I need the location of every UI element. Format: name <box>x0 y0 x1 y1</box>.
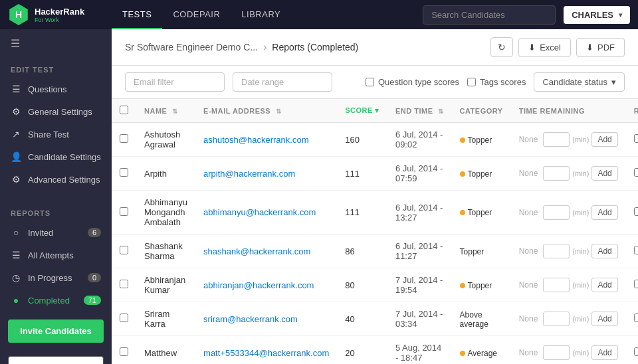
sidebar-item-advanced-settings[interactable]: ⚙ Advanced Settings <box>0 168 112 191</box>
breadcrumb-parent[interactable]: Sr Software Engineer Demo C... <box>125 42 258 52</box>
add-time-button[interactable]: Add <box>591 132 617 147</box>
table-row: Abhiranjan Kumarabhiranjan@hackerrank.co… <box>112 268 638 302</box>
user-menu[interactable]: CHARLES ▾ <box>564 6 630 24</box>
name-column-header[interactable]: NAME ⇅ <box>136 99 195 123</box>
time-none-label: None <box>519 135 538 144</box>
row-checkbox-0[interactable] <box>120 134 128 143</box>
row-checkbox-1[interactable] <box>120 168 128 177</box>
tags-filter[interactable]: Tags scores <box>467 77 526 87</box>
candidate-score: 160 <box>337 123 387 157</box>
all-attempts-icon: ☰ <box>11 250 21 260</box>
sidebar-item-general-settings[interactable]: ⚙ General Settings <box>0 100 112 123</box>
excel-button[interactable]: ⬇ Excel <box>518 38 571 57</box>
nav-link-tests[interactable]: TESTS <box>112 0 162 29</box>
candidate-email[interactable]: sriram@hackerrank.com <box>203 314 298 324</box>
row-checkbox-5[interactable] <box>120 314 128 322</box>
sidebar-item-invited[interactable]: ○ Invited 6 <box>0 221 112 244</box>
question-type-filter[interactable]: Question type scores <box>366 77 459 87</box>
candidate-score: 20 <box>337 336 387 365</box>
time-input-2[interactable] <box>543 205 570 220</box>
min-label: (min) <box>572 349 589 357</box>
select-all-checkbox[interactable] <box>120 106 128 114</box>
question-type-checkbox[interactable] <box>366 78 374 86</box>
row-checkbox-4[interactable] <box>120 280 128 288</box>
add-time-button[interactable]: Add <box>591 244 617 258</box>
table-row: Shashank Sharmashashank@hackerrank.com86… <box>112 234 638 268</box>
candidate-email[interactable]: matt+5533344@hackerrank.com <box>203 348 329 358</box>
nav-search: CHARLES ▾ <box>423 5 638 25</box>
sidebar: ☰ EDIT TEST ☰ Questions ⚙ General Settin… <box>0 29 112 364</box>
table-row: Arpitharpith@hackerrank.com1116 Jul, 201… <box>112 157 638 191</box>
email-filter-input[interactable] <box>125 72 225 92</box>
min-label: (min) <box>572 209 589 217</box>
repo-checkbox-3[interactable] <box>634 246 638 254</box>
refresh-button[interactable]: ↻ <box>490 37 513 57</box>
candidate-email[interactable]: abhimanyu@hackerrank.com <box>203 207 316 217</box>
sidebar-item-completed[interactable]: ● Completed 71 <box>0 289 112 312</box>
breadcrumb: Sr Software Engineer Demo C... › Reports… <box>125 41 358 53</box>
add-time-button[interactable]: Add <box>591 312 617 326</box>
repo-checkbox-2[interactable] <box>634 207 638 216</box>
time-none-label: None <box>519 169 538 178</box>
user-name: CHARLES <box>572 10 613 20</box>
repo-checkbox-1[interactable] <box>634 168 638 177</box>
try-test-button[interactable]: Try Test <box>8 356 104 364</box>
add-time-button[interactable]: Add <box>591 205 617 220</box>
candidate-name: Abhimanyu Mongandh Ambalath <box>136 191 195 234</box>
row-checkbox-3[interactable] <box>120 246 128 254</box>
table-row: Ashutosh Agrawalashutosh@hackerrank.com1… <box>112 123 638 157</box>
candidate-category: Topper <box>452 268 511 302</box>
time-input-0[interactable] <box>543 132 570 147</box>
invite-candidates-button[interactable]: Invite Candidates <box>8 319 104 343</box>
score-column-header[interactable]: SCORE ▾ <box>337 99 387 123</box>
repo-checkbox-6[interactable] <box>634 347 638 356</box>
repo-checkbox-5[interactable] <box>634 314 638 322</box>
category-warning-icon <box>460 137 465 143</box>
logo-text: HackerRank For Work <box>35 7 84 23</box>
row-checkbox-6[interactable] <box>120 347 128 356</box>
repo-column-header: REPO <box>626 99 638 123</box>
category-warning-icon <box>460 283 465 288</box>
tags-checkbox[interactable] <box>467 78 476 86</box>
breadcrumb-bar: Sr Software Engineer Demo C... › Reports… <box>112 29 638 66</box>
candidate-end-time: 6 Jul, 2014 - 07:59 <box>387 157 452 191</box>
candidate-email[interactable]: arpith@hackerrank.com <box>203 169 295 179</box>
nav-link-library[interactable]: LIBRARY <box>231 0 291 29</box>
sidebar-item-label: Share Test <box>28 130 69 139</box>
row-checkbox-2[interactable] <box>120 207 128 216</box>
time-input-1[interactable] <box>543 166 570 181</box>
sidebar-item-in-progress[interactable]: ◷ In Progress 0 <box>0 266 112 289</box>
sidebar-item-share-test[interactable]: ↗ Share Test <box>0 123 112 145</box>
hamburger-icon[interactable]: ☰ <box>0 29 112 58</box>
end-time-column-header[interactable]: END TIME ⇅ <box>387 99 452 123</box>
excel-label: Excel <box>540 43 561 52</box>
time-input-5[interactable] <box>543 312 570 326</box>
pdf-button[interactable]: ⬇ PDF <box>576 38 625 57</box>
candidate-end-time: 6 Jul, 2014 - 13:27 <box>387 191 452 234</box>
status-label: Candidate status <box>542 77 607 87</box>
sidebar-item-questions[interactable]: ☰ Questions <box>0 78 112 100</box>
email-column-header[interactable]: E-MAIL ADDRESS ⇅ <box>195 99 337 123</box>
question-type-label: Question type scores <box>378 77 459 87</box>
add-time-button[interactable]: Add <box>591 345 617 360</box>
sidebar-item-candidate-settings[interactable]: 👤 Candidate Settings <box>0 145 112 168</box>
nav-link-codepair[interactable]: CODEPAIR <box>162 0 231 29</box>
status-chevron-icon: ▾ <box>611 77 616 87</box>
candidate-email[interactable]: abhiranjan@hackerrank.com <box>203 280 314 290</box>
candidate-category: Above average <box>452 302 511 336</box>
time-input-3[interactable] <box>543 244 570 258</box>
date-range-input[interactable] <box>233 72 332 92</box>
sidebar-item-all-attempts[interactable]: ☰ All Attempts <box>0 244 112 266</box>
candidate-email[interactable]: ashutosh@hackerrank.com <box>203 135 308 145</box>
time-input-4[interactable] <box>543 278 570 292</box>
time-input-6[interactable] <box>543 345 570 360</box>
candidate-status-dropdown[interactable]: Candidate status ▾ <box>534 72 625 92</box>
candidate-category: Topper <box>452 191 511 234</box>
add-time-button[interactable]: Add <box>591 166 617 181</box>
search-input[interactable] <box>423 5 556 25</box>
candidate-email[interactable]: shashank@hackerrank.com <box>203 246 310 256</box>
repo-checkbox-0[interactable] <box>634 134 638 143</box>
add-time-button[interactable]: Add <box>591 278 617 292</box>
repo-checkbox-4[interactable] <box>634 280 638 288</box>
candidate-time-remaining: None (min) Add <box>511 336 626 365</box>
